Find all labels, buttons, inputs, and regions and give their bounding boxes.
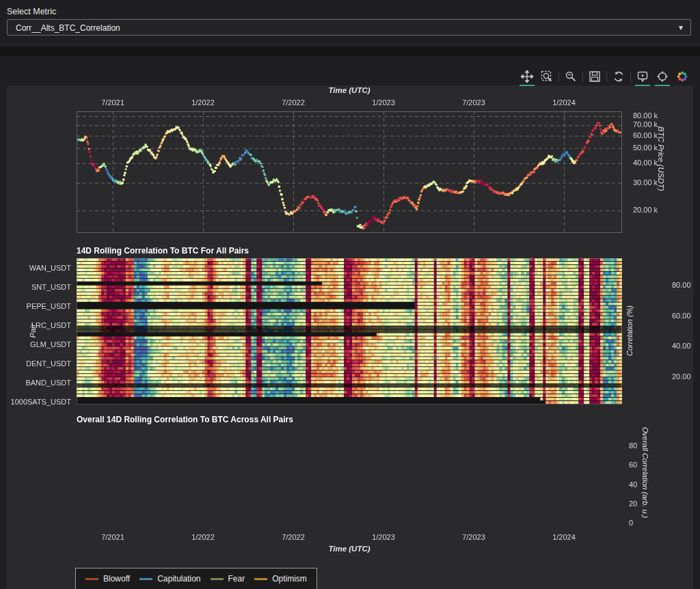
tick-label: LRC_USDT — [0, 321, 71, 329]
tick-label: 7/2022 — [282, 98, 305, 107]
heatmap-title: 14D Rolling Correlation To BTC For All P… — [77, 246, 249, 256]
tick-label: 80.00 k — [633, 111, 658, 120]
top-x-axis-title: Time (UTC) — [328, 86, 370, 94]
metric-select[interactable]: Corr__Alts_BTC_Correlation ▼ — [7, 19, 691, 36]
metric-select-value: Corr__Alts_BTC_Correlation — [16, 23, 120, 33]
tick-label: 60.00 k — [633, 131, 658, 139]
toolbar-separator — [558, 72, 559, 82]
tick-label: 80 — [629, 441, 637, 450]
tick-label: SNT_USDT — [0, 283, 71, 291]
legend-swatch-blowoff — [85, 578, 98, 580]
colorbar-title: Correlation (%) — [625, 305, 634, 356]
bokeh-toolbar — [519, 68, 690, 85]
active-tool-underline — [520, 85, 535, 87]
tick-label: 40.00 — [672, 342, 691, 350]
legend-swatch-capitulation — [139, 578, 152, 580]
reset-tool-button[interactable] — [610, 68, 627, 85]
tick-label: 1/2023 — [372, 533, 395, 541]
wheel-zoom-tool-button[interactable] — [563, 68, 579, 85]
reset-icon — [612, 70, 625, 83]
legend-label-optimism: Optimism — [272, 574, 307, 584]
legend-swatch-optimism — [254, 578, 267, 580]
toolbar-separator — [630, 72, 631, 82]
tick-label: 60.00 — [672, 312, 691, 320]
legend-item-capitulation[interactable]: Capitulation — [139, 574, 200, 584]
hover-icon — [636, 70, 649, 83]
tick-label: 40 — [629, 480, 637, 489]
legend-label-fear: Fear — [228, 574, 245, 584]
toolbar-separator — [582, 72, 583, 82]
tick-label: DENT_USDT — [0, 359, 71, 368]
tick-label: 20.00 — [672, 372, 691, 381]
tick-label: GLM_USDT — [0, 340, 71, 348]
save-icon — [589, 70, 601, 83]
tick-label: PEPE_USDT — [0, 302, 71, 310]
overall-title: Overall 14D Rolling Correlation To BTC A… — [77, 415, 293, 424]
crosshair-tool-button[interactable] — [654, 68, 671, 85]
tick-label: 1/2022 — [191, 98, 215, 107]
toolbar-separator — [606, 72, 607, 82]
tick-label: 0 — [629, 519, 633, 527]
tick-label: 40.00 k — [633, 159, 658, 167]
tick-label: 30.00 k — [633, 178, 658, 187]
save-tool-button[interactable] — [587, 68, 603, 85]
dashboard: Select Metric Corr__Alts_BTC_Correlation… — [0, 0, 700, 589]
bokeh-logo-button[interactable] — [674, 68, 690, 85]
pan-tool-button[interactable] — [519, 68, 535, 85]
tick-label: 1/2024 — [552, 533, 576, 541]
crosshair-icon — [656, 70, 669, 83]
box-zoom-icon — [541, 70, 553, 83]
tick-label: 7/2021 — [101, 98, 124, 107]
legend-item-fear[interactable]: Fear — [211, 574, 245, 584]
legend-item-blowoff[interactable]: Blowoff — [85, 574, 130, 584]
tick-label: 1000SATS_USDT — [0, 398, 71, 406]
tick-label: 7/2023 — [462, 98, 485, 107]
active-tool-underline — [655, 85, 670, 87]
colorbar — [639, 263, 654, 400]
legend-item-optimism[interactable]: Optimism — [254, 574, 307, 584]
legend-swatch-fear — [211, 578, 224, 580]
legend-label-capitulation: Capitulation — [157, 574, 200, 584]
header-divider-band — [0, 47, 700, 56]
tick-label: 70.00 k — [633, 120, 658, 128]
bokeh-logo-icon — [675, 70, 689, 83]
tick-label: 50.00 k — [633, 143, 658, 152]
tick-label: WAN_USDT — [0, 264, 71, 272]
tick-label: 7/2021 — [101, 533, 124, 541]
btc-price-plot[interactable] — [77, 111, 622, 233]
correlation-heatmap-plot[interactable] — [77, 258, 622, 405]
tick-label: 80.00 — [672, 281, 691, 289]
wheel-zoom-icon — [565, 70, 577, 83]
pan-icon — [521, 70, 533, 83]
overall-y-axis-title: Overall Correlation (arb. u.) — [641, 427, 649, 518]
tick-label: 60 — [629, 461, 637, 469]
tick-label: 7/2022 — [282, 533, 305, 541]
select-metric-label: Select Metric — [7, 7, 56, 16]
active-tool-underline — [635, 85, 650, 87]
tick-label: BAND_USDT — [0, 379, 71, 387]
overall-legend: Blowoff Capitulation Fear Optimism — [75, 568, 317, 589]
tick-label: 20 — [629, 499, 637, 508]
tick-label: 1/2024 — [552, 98, 576, 107]
overall-correlation-plot[interactable] — [77, 425, 622, 526]
hover-tool-button[interactable] — [634, 68, 651, 85]
top-y-axis-title: BTC Price (USDT) — [657, 126, 665, 191]
box-zoom-tool-button[interactable] — [539, 68, 555, 85]
tick-label: 20.00 k — [633, 206, 658, 214]
tick-label: 7/2023 — [462, 533, 485, 541]
chevron-down-icon: ▼ — [677, 20, 684, 36]
overall-x-axis-title: Time (UTC) — [328, 545, 370, 553]
legend-label-blowoff: Blowoff — [103, 574, 130, 584]
tick-label: 1/2023 — [372, 98, 395, 107]
tick-label: 1/2022 — [191, 533, 215, 541]
